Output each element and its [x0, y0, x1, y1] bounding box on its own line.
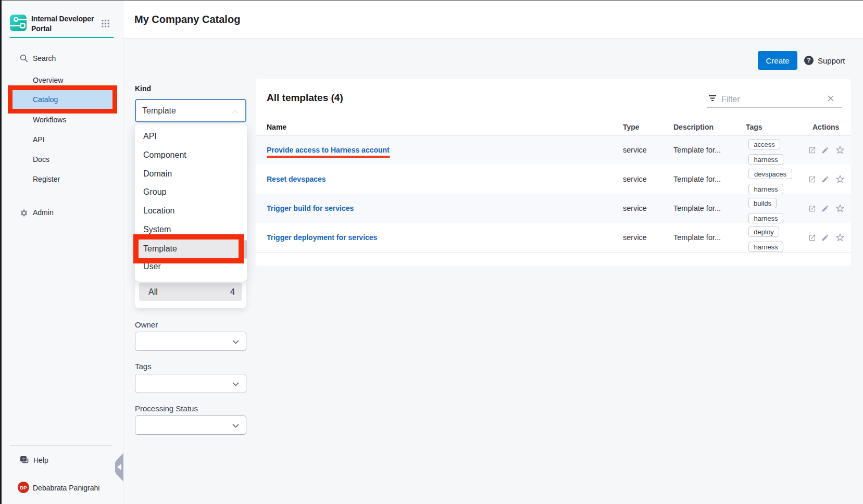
svg-text:?: ?: [22, 457, 25, 461]
